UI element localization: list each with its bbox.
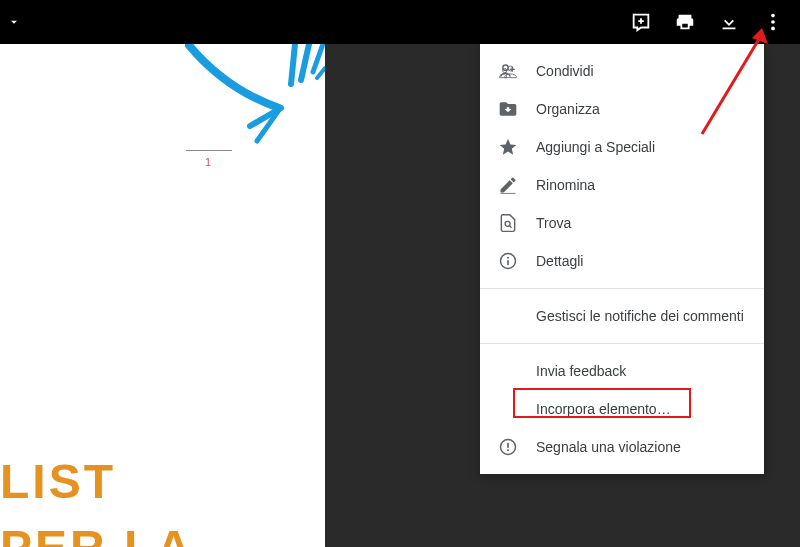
- menu-item-organize[interactable]: Organizza: [480, 90, 764, 128]
- toolbar-right: [630, 11, 784, 33]
- svg-point-1: [771, 20, 775, 24]
- document-title-line-2: PER LA: [0, 520, 194, 547]
- add-comment-icon: [630, 11, 652, 33]
- more-button[interactable]: [762, 11, 784, 33]
- menu-item-embed[interactable]: Incorpora elemento…: [480, 390, 764, 428]
- page-number: 1: [205, 156, 211, 168]
- menu-divider: [480, 288, 764, 289]
- menu-label: Rinomina: [536, 177, 595, 193]
- warning-icon: [498, 437, 518, 457]
- chevron-down-icon: [7, 15, 21, 29]
- star-icon: [498, 137, 518, 157]
- menu-label: Aggiungi a Speciali: [536, 139, 655, 155]
- menu-label: Incorpora elemento…: [536, 401, 671, 417]
- menu-item-add-star[interactable]: Aggiungi a Speciali: [480, 128, 764, 166]
- svg-point-2: [771, 27, 775, 31]
- document-title-line-1: LIST: [0, 454, 116, 509]
- download-button[interactable]: [718, 11, 740, 33]
- pencil-icon: [498, 175, 518, 195]
- add-comment-button[interactable]: [630, 11, 652, 33]
- menu-item-find[interactable]: Trova: [480, 204, 764, 242]
- topbar: [0, 0, 800, 44]
- menu-label: Condividi: [536, 63, 594, 79]
- svg-point-4: [505, 221, 510, 226]
- svg-point-3: [503, 65, 508, 70]
- page-number-divider: [186, 150, 232, 151]
- menu-item-report[interactable]: Segnala una violazione: [480, 428, 764, 466]
- menu-item-manage-notifications[interactable]: Gestisci le notifiche dei commenti: [480, 297, 764, 335]
- menu-item-rename[interactable]: Rinomina: [480, 166, 764, 204]
- menu-item-send-feedback[interactable]: Invia feedback: [480, 352, 764, 390]
- more-vert-icon: [762, 11, 784, 33]
- print-icon: [674, 11, 696, 33]
- document-preview: 1 LIST PER LA: [0, 44, 325, 547]
- document-decoration: [185, 44, 325, 154]
- svg-rect-6: [507, 260, 509, 265]
- menu-label: Gestisci le notifiche dei commenti: [536, 308, 744, 324]
- find-in-page-icon: [498, 213, 518, 233]
- svg-rect-9: [507, 443, 509, 448]
- info-icon: [498, 251, 518, 271]
- share-icon: [498, 61, 518, 81]
- menu-label: Dettagli: [536, 253, 583, 269]
- menu-item-share[interactable]: Condividi: [480, 52, 764, 90]
- menu-label: Invia feedback: [536, 363, 626, 379]
- menu-divider: [480, 343, 764, 344]
- menu-item-details[interactable]: Dettagli: [480, 242, 764, 280]
- dropdown-toggle[interactable]: [0, 0, 28, 44]
- more-actions-menu: Condividi Organizza Aggiungi a Speciali …: [480, 44, 764, 474]
- svg-point-7: [507, 257, 509, 259]
- menu-label: Trova: [536, 215, 571, 231]
- print-button[interactable]: [674, 11, 696, 33]
- svg-point-0: [771, 14, 775, 18]
- download-icon: [718, 11, 740, 33]
- folder-icon: [498, 99, 518, 119]
- svg-point-10: [507, 449, 509, 451]
- menu-label: Organizza: [536, 101, 600, 117]
- menu-label: Segnala una violazione: [536, 439, 681, 455]
